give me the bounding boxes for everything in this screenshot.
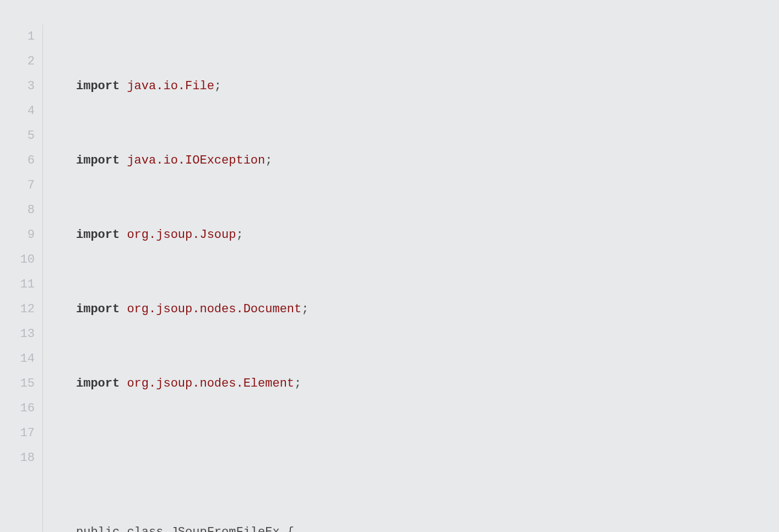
- code-line: import java.io.File;: [76, 74, 542, 99]
- code-line: public class JSoupFromFileEx {: [76, 520, 542, 532]
- line-number: 11: [0, 272, 35, 297]
- line-number: 3: [0, 74, 35, 99]
- import-path: java.io.IOException: [127, 154, 265, 167]
- keyword-import: import: [76, 79, 120, 93]
- keyword-import: import: [76, 302, 120, 316]
- class-declaration: public class JSoupFromFileEx {: [76, 525, 294, 532]
- line-number: 9: [0, 222, 35, 247]
- line-number: 5: [0, 123, 35, 148]
- semicolon: ;: [301, 302, 309, 316]
- keyword-import: import: [76, 154, 120, 167]
- semicolon: ;: [214, 79, 221, 93]
- code-line: import org.jsoup.Jsoup;: [76, 222, 542, 247]
- keyword-import: import: [76, 228, 120, 242]
- line-number: 16: [0, 396, 35, 421]
- line-number: 10: [0, 247, 35, 272]
- line-number: 13: [0, 322, 35, 346]
- line-number: 14: [0, 346, 35, 371]
- line-number-gutter: 1 2 3 4 5 6 7 8 9 10 11 12 13 14 15 16 1…: [0, 24, 43, 532]
- keyword-import: import: [76, 377, 120, 390]
- line-number: 8: [0, 198, 35, 222]
- import-path: org.jsoup.nodes.Document: [127, 302, 301, 316]
- code-line: import java.io.IOException;: [76, 148, 542, 173]
- line-number: 7: [0, 173, 35, 198]
- code-line: import org.jsoup.nodes.Element;: [76, 371, 542, 396]
- line-number: 6: [0, 148, 35, 173]
- line-number: 2: [0, 49, 35, 74]
- semicolon: ;: [265, 154, 272, 167]
- code-area[interactable]: import java.io.File; import java.io.IOEx…: [43, 24, 542, 532]
- import-path: org.jsoup.Jsoup: [127, 228, 236, 242]
- import-path: org.jsoup.nodes.Element: [127, 377, 294, 390]
- line-number: 4: [0, 99, 35, 123]
- line-number: 18: [0, 446, 35, 470]
- line-number: 17: [0, 421, 35, 446]
- semicolon: ;: [236, 228, 243, 242]
- code-line: import org.jsoup.nodes.Document;: [76, 297, 542, 322]
- semicolon: ;: [294, 377, 301, 390]
- line-number: 1: [0, 24, 35, 49]
- line-number: 15: [0, 371, 35, 396]
- line-number: 12: [0, 297, 35, 322]
- import-path: java.io.File: [127, 79, 214, 93]
- code-line: [76, 446, 542, 470]
